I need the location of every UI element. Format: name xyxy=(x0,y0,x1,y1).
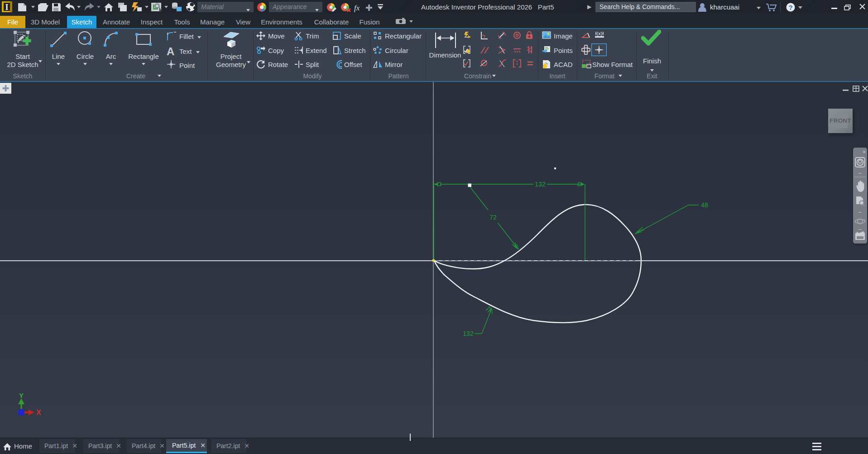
svg-text:Ɨ(x)Ɨ: Ɨ(x)Ɨ xyxy=(595,31,604,36)
svg-text:132: 132 xyxy=(535,181,546,188)
svg-text:?: ? xyxy=(788,4,792,11)
svg-text:48: 48 xyxy=(701,201,708,209)
svg-text:X: X xyxy=(36,409,41,416)
svg-text:kharcuaai: kharcuaai xyxy=(710,3,739,11)
svg-text:132: 132 xyxy=(463,330,474,337)
svg-text:72: 72 xyxy=(489,214,497,221)
svg-text:I: I xyxy=(5,3,8,12)
svg-text:fx: fx xyxy=(354,4,360,12)
svg-text:Y: Y xyxy=(19,392,24,399)
